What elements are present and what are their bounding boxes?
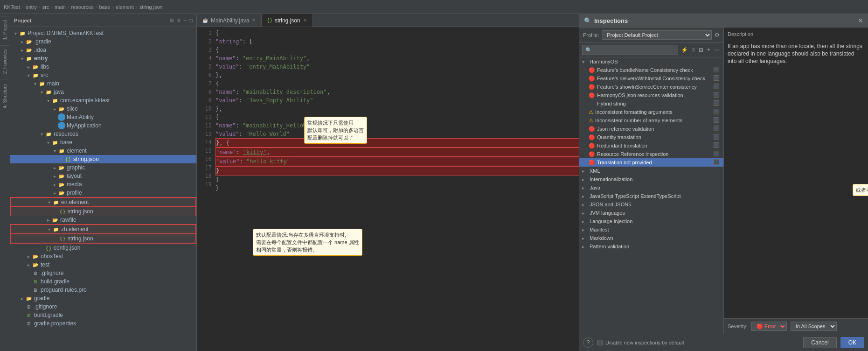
tab-close-icon[interactable]: ✕: [252, 18, 256, 23]
group-internationalization[interactable]: ▸ Internationalization: [579, 175, 723, 183]
tree-item-main[interactable]: ▾ 📁 main: [10, 79, 196, 88]
severity-select[interactable]: 🔴 Error: [751, 322, 787, 331]
disable-checkbox[interactable]: [597, 340, 603, 345]
item-checkbox[interactable]: [714, 92, 719, 98]
insp-item-showinservice[interactable]: 🔴 Feature's showInServiceCenter consiste…: [579, 83, 723, 91]
sidebar-gear-icon[interactable]: ⚙: [169, 17, 174, 24]
item-checkbox[interactable]: [714, 134, 719, 140]
item-checkbox[interactable]: [714, 75, 719, 81]
tree-item-en-stringjson[interactable]: { } string.json: [10, 207, 196, 216]
item-checkbox[interactable]: [714, 109, 719, 114]
tab-stringjson[interactable]: { } string.json ✕: [262, 14, 312, 27]
favorites-tab[interactable]: 2: Favorites: [0, 45, 9, 77]
tree-label: string.json: [73, 156, 99, 162]
group-json[interactable]: ▸ JSON and JSON5: [579, 200, 723, 209]
tree-item-buildgradle2[interactable]: 🗎 build.gradle: [10, 311, 196, 319]
tree-item-project[interactable]: ▾ 📁 Project D:\HMS_Demo\KKTest: [10, 29, 196, 37]
insp-item-resourceref[interactable]: 🔴 Resource Reference inspection: [579, 150, 723, 158]
group-xml[interactable]: ▸ XML: [579, 167, 723, 175]
expand-icon[interactable]: ≡: [691, 46, 696, 54]
insp-item-translation-not-provided[interactable]: 🔴 Translation not provided: [579, 158, 723, 167]
cancel-button[interactable]: Cancel: [803, 337, 836, 348]
tree-item-proguard[interactable]: 🗎 proguard-rules.pro: [10, 286, 196, 294]
search-input[interactable]: [582, 45, 678, 55]
tree-item-libs[interactable]: ▸ 📂 libs: [10, 63, 196, 71]
tree-item-media[interactable]: ▸ 📂 media: [10, 180, 196, 189]
tab-close-icon[interactable]: ✕: [303, 18, 307, 23]
tree-item-myapplication[interactable]: MyApplication: [10, 121, 196, 130]
item-checkbox[interactable]: [714, 126, 719, 131]
tree-item-configjson[interactable]: { } config.json: [10, 244, 196, 252]
tree-item-layout[interactable]: ▸ 📂 layout: [10, 172, 196, 180]
insp-item-inconsistent-format[interactable]: ⚠ Inconsistent formatting arguments: [579, 108, 723, 116]
profile-gear-icon[interactable]: ⚙: [715, 32, 720, 38]
tree-item-gitignore1[interactable]: 🗎 .gitignore: [10, 269, 196, 277]
tree-item-com[interactable]: ▾ 📁 com.example.kktest: [10, 96, 196, 105]
group-jvm[interactable]: ▸ JVM languages: [579, 209, 723, 217]
tree-item-idea[interactable]: ▸ 📂 .idea: [10, 46, 196, 54]
group-markdown[interactable]: ▸ Markdown: [579, 234, 723, 242]
tree-item-test[interactable]: ▸ 📂 test: [10, 260, 196, 269]
item-checkbox[interactable]: [714, 67, 719, 72]
sidebar-collapse-icon[interactable]: ≡: [177, 17, 181, 24]
group-java[interactable]: ▸ Java: [579, 183, 723, 192]
sidebar-close-icon[interactable]: −: [183, 17, 187, 24]
insp-item-inconsistent-array[interactable]: ⚠ Inconsistent number of array elements: [579, 116, 723, 125]
structure-tab[interactable]: 4: Structure: [0, 80, 9, 112]
tree-item-zh-stringjson[interactable]: { } string.json: [10, 234, 196, 244]
tree-item-ohostest[interactable]: ▸ 📂 ohosTest: [10, 252, 196, 260]
collapse-icon[interactable]: ⊟: [698, 46, 704, 54]
insp-item-jsonresources[interactable]: 🔴 HarmonyOS json resources validation: [579, 91, 723, 99]
insp-item-quantity[interactable]: 🔴 Quantity translation: [579, 133, 723, 141]
item-checkbox[interactable]: [714, 100, 719, 106]
tree-item-zh-element[interactable]: ▾ 📁 zh.element: [10, 224, 196, 234]
group-manifest[interactable]: ▸ Manifest: [579, 225, 723, 234]
tree-item-src[interactable]: ▾ 📁 src: [10, 71, 196, 79]
insp-item-deliverywithinstall[interactable]: 🔴 Feature's deliveryWithInstall Consiste…: [579, 74, 723, 83]
group-pattern[interactable]: ▸ Pattern validation: [579, 242, 723, 251]
help-button[interactable]: ?: [583, 337, 593, 348]
item-checkbox[interactable]: [714, 151, 719, 156]
ok-button[interactable]: OK: [840, 337, 864, 348]
group-js-ts[interactable]: ▸ JavaScript TypeScript ExtendTypeScript: [579, 192, 723, 200]
dialog-close-button[interactable]: ✕: [858, 17, 863, 24]
project-tab[interactable]: 1: Project: [0, 16, 9, 43]
tree-item-base[interactable]: ▾ 📁 base: [10, 138, 196, 147]
more-icon[interactable]: ⋯: [713, 46, 721, 54]
tree-item-gitignore2[interactable]: 🗎 .gitignore: [10, 302, 196, 311]
tree-item-en-element[interactable]: ▾ 📁 en.element: [10, 197, 196, 207]
scope-select[interactable]: In All Scopes: [791, 322, 837, 331]
item-label: Inconsistent formatting arguments: [595, 109, 710, 115]
tree-item-graphic[interactable]: ▸ 📂 graphic: [10, 163, 196, 172]
group-arrow-icon: ▸: [582, 244, 588, 249]
tree-item-resources[interactable]: ▾ 📁 resources: [10, 130, 196, 138]
tab-mainability-java[interactable]: ☕ MainAbility.java ✕: [197, 14, 262, 27]
insp-item-hybridstring[interactable]: Hybrid string: [579, 99, 723, 108]
sidebar-expand-icon[interactable]: □: [189, 17, 193, 24]
tree-item-mainability[interactable]: MainAbility: [10, 113, 196, 121]
tree-item-element[interactable]: ▾ 📁 element: [10, 147, 196, 155]
add-icon[interactable]: +: [706, 46, 711, 54]
item-checkbox[interactable]: [714, 142, 719, 148]
insp-item-bundlename[interactable]: 🔴 Feature's bundleName Consistency check: [579, 66, 723, 74]
insp-item-jsonref[interactable]: 🔴 Json reference validation: [579, 125, 723, 133]
error-icon: 🔴: [589, 92, 595, 98]
tree-item-java[interactable]: ▾ 📁 java: [10, 88, 196, 96]
tree-item-gradle[interactable]: ▸ 📂 .gradle: [10, 37, 196, 46]
tree-item-entry[interactable]: ▾ 📁 entry: [10, 54, 196, 63]
item-checkbox[interactable]: [714, 159, 719, 165]
tree-item-profile[interactable]: ▸ 📂 profile: [10, 189, 196, 197]
profile-select[interactable]: Project Default Project: [602, 30, 712, 40]
insp-item-redundant[interactable]: 🔴 Redundant translation: [579, 141, 723, 150]
tree-item-gradle2[interactable]: ▸ 📂 gradle: [10, 294, 196, 302]
group-harmonyos[interactable]: ▾ HarmonyOS: [579, 57, 723, 66]
tree-item-rawfile[interactable]: ▸ 📂 rawfile: [10, 216, 196, 224]
tree-item-stringjson[interactable]: { } string.json: [10, 155, 196, 163]
group-language-injection[interactable]: ▸ Language injection: [579, 217, 723, 225]
item-checkbox[interactable]: [714, 84, 719, 89]
tree-item-slice[interactable]: ▸ 📂 slice: [10, 105, 196, 113]
tree-item-gradleprops[interactable]: 🗎 gradle.properties: [10, 319, 196, 328]
item-checkbox[interactable]: [714, 117, 719, 123]
tree-item-buildgradle1[interactable]: 🗎 build.gradle: [10, 277, 196, 286]
filter-icon[interactable]: ⚡: [680, 46, 689, 54]
